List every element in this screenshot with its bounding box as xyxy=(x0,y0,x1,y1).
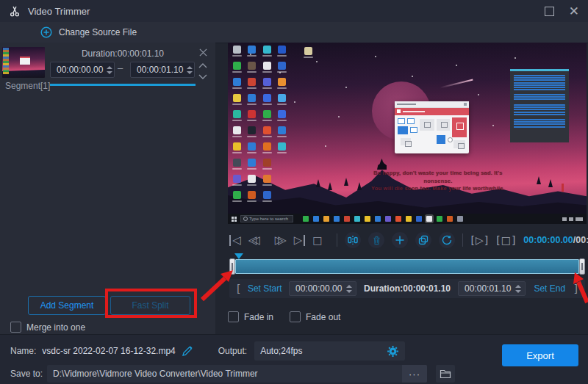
step-forward-button[interactable]: ▷▷ xyxy=(275,235,287,246)
step-backward-button[interactable]: ◁◁ xyxy=(248,235,260,246)
desktop-icon xyxy=(276,142,289,157)
taskbar-app-icon xyxy=(416,216,422,222)
desktop-icon xyxy=(246,46,259,60)
desktop-icon xyxy=(261,94,273,109)
desktop-icon xyxy=(261,62,273,76)
start-button-icon xyxy=(232,217,237,222)
skip-to-end-button[interactable]: ▷ xyxy=(294,235,306,246)
desktop-icon-lone xyxy=(301,47,315,58)
output-settings-gear-icon[interactable] xyxy=(387,345,399,358)
preview-segment-button[interactable]: [▷] xyxy=(470,234,489,246)
segment-duration-label: Duration:00:00:01.10 xyxy=(50,48,196,59)
annotation-arrow-right xyxy=(567,269,588,304)
delete-button[interactable] xyxy=(368,232,384,248)
tree-graphic xyxy=(537,176,541,184)
player-controls: ◁ ◁◁ ▷▷ ▷ □ xyxy=(228,228,587,252)
quote-line-1: Be happy, don't waste your time being sa… xyxy=(365,170,512,185)
reset-button[interactable] xyxy=(439,232,455,248)
star-graphic xyxy=(338,116,340,117)
taskbar-search-box: Type here to search xyxy=(240,215,293,222)
plus-circle-icon xyxy=(40,26,52,38)
maximize-button[interactable] xyxy=(545,7,554,16)
taskbar-app-icon xyxy=(344,216,350,222)
fade-out-checkbox[interactable]: Fade out xyxy=(290,311,340,322)
fade-in-checkbox[interactable]: Fade in xyxy=(228,311,273,322)
add-segment-button[interactable]: Add Segment xyxy=(28,296,106,315)
spinner-up-icon[interactable] xyxy=(346,285,352,288)
tree-graphic xyxy=(357,182,362,190)
segment-start-input[interactable]: 00:00:00.00 xyxy=(50,62,115,78)
trim-start-input[interactable]: 00:00:00.00 xyxy=(289,281,356,296)
stop-button[interactable]: □ xyxy=(312,235,322,245)
window-title: Video Trimmer xyxy=(28,6,90,17)
checkbox-box[interactable] xyxy=(290,311,301,322)
browse-button[interactable]: ··· xyxy=(402,365,427,383)
copy-button[interactable] xyxy=(415,232,431,248)
spinner-down-icon[interactable] xyxy=(346,290,352,293)
spinner-up-icon[interactable] xyxy=(187,66,193,69)
desktop-icon xyxy=(261,159,273,173)
merge-into-one-checkbox[interactable]: Merge into one xyxy=(10,322,85,333)
star-graphic xyxy=(412,76,413,77)
star-graphic xyxy=(514,57,516,59)
checkbox-box[interactable] xyxy=(228,311,239,322)
open-folder-button[interactable] xyxy=(436,365,455,383)
export-button[interactable]: Export xyxy=(502,344,578,366)
star-graphic xyxy=(316,61,318,62)
shooting-star-graphic xyxy=(440,79,473,88)
video-preview[interactable]: Be happy, don't waste your time being sa… xyxy=(228,43,587,224)
star-graphic xyxy=(375,56,376,57)
change-source-file-button[interactable]: Change Source File xyxy=(0,22,588,43)
timeline-track[interactable] xyxy=(235,259,579,274)
screen-recorder-window-graphic xyxy=(395,101,469,153)
trim-timeline[interactable] xyxy=(229,258,585,275)
save-path-field[interactable]: D:\Vidmore\Vidmore Video Converter\Video… xyxy=(47,365,427,383)
quote-line-2: You will die soon too. Make your life wo… xyxy=(365,185,512,193)
taskbar-app-icon xyxy=(385,216,391,222)
tree-graphic xyxy=(316,179,320,187)
taskbar-app-icon xyxy=(406,216,412,222)
edit-name-icon[interactable] xyxy=(182,345,193,357)
spinner-down-icon[interactable] xyxy=(515,290,521,293)
output-format-value: Auto;24fps xyxy=(260,346,387,356)
delete-segment-icon[interactable] xyxy=(197,47,209,57)
preview-stop-button[interactable]: [□] xyxy=(496,234,516,246)
desktop-icon xyxy=(246,142,259,157)
taskbar-app-icon xyxy=(323,216,329,222)
taskbar-app-icon xyxy=(365,216,370,222)
checkbox-box[interactable] xyxy=(10,322,21,333)
segment-thumbnail[interactable] xyxy=(2,47,45,78)
split-button[interactable] xyxy=(345,232,361,248)
taskbar-app-icon xyxy=(447,216,453,222)
time-display: 00:00:00.00/00:00:01.10 xyxy=(523,235,588,245)
desktop-icon xyxy=(246,110,259,125)
trim-end-input[interactable]: 00:00:01.10 xyxy=(458,281,526,296)
spinner-up-icon[interactable] xyxy=(515,285,521,288)
close-button[interactable]: ✕ xyxy=(569,5,579,18)
spinner-down-icon[interactable] xyxy=(107,71,112,74)
output-format-select[interactable]: Auto;24fps xyxy=(254,341,405,361)
add-button[interactable] xyxy=(392,232,408,248)
save-to-label: Save to: xyxy=(10,369,43,379)
desktop-icon xyxy=(261,78,273,93)
segment-end-input[interactable]: 00:00:01.10 xyxy=(130,62,195,78)
segment-progress-bar xyxy=(50,84,196,86)
current-time: 00:00:00.00 xyxy=(523,235,573,245)
set-end-button[interactable]: Set End xyxy=(530,283,570,294)
taskbar-app-icon xyxy=(313,216,319,222)
red-edge-marker xyxy=(562,184,564,192)
desktop-icon xyxy=(231,159,243,173)
spinner-up-icon[interactable] xyxy=(107,66,112,69)
set-start-button[interactable]: Set Start xyxy=(245,283,284,294)
desktop-icon xyxy=(246,159,259,173)
move-up-icon[interactable] xyxy=(197,60,209,70)
segment-end-value: 00:00:01.10 xyxy=(131,65,183,75)
segment-name: Segment[1] xyxy=(5,81,50,91)
star-graphic xyxy=(492,125,494,126)
spinner-down-icon[interactable] xyxy=(187,71,193,74)
wolf-graphic xyxy=(377,159,387,170)
move-down-icon[interactable] xyxy=(197,72,209,82)
star-graphic xyxy=(456,65,457,66)
wallpaper-taskbar: Type here to search xyxy=(228,214,587,224)
skip-to-start-button[interactable]: ◁ xyxy=(229,235,241,246)
